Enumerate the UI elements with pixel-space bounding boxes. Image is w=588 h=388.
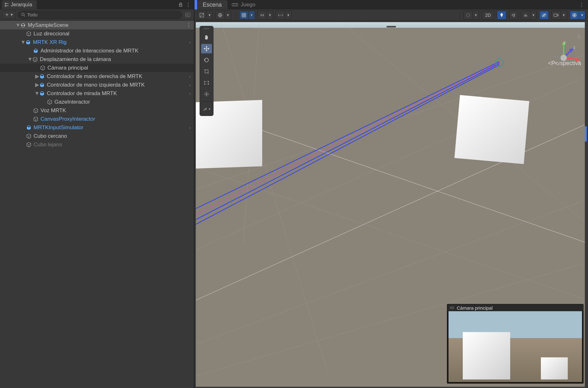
floating-grip-icon[interactable]	[201, 28, 212, 30]
hierarchy-tabbar: Jerarquía ⋮	[0, 0, 194, 9]
tree-row[interactable]: MRTKInputSimulator›	[0, 123, 194, 132]
scene-more-icon[interactable]: ⋮	[186, 22, 194, 28]
tree-row[interactable]: Voz MRTK	[0, 106, 194, 115]
tree-item-label: Cubo lejano	[34, 142, 62, 148]
lock-icon[interactable]	[177, 1, 184, 9]
camera-preview-header[interactable]: Cámara principal	[447, 304, 583, 311]
expander-icon[interactable]: ▼	[28, 57, 32, 62]
tree-row[interactable]: ▶Controlador de mano izquierda de MRTK›	[0, 81, 194, 89]
tree-row[interactable]: Cámara principal	[0, 64, 194, 72]
camera-toggle-button[interactable]	[551, 11, 561, 20]
svg-line-25	[196, 65, 499, 224]
scene-tab[interactable]: Escena	[197, 0, 227, 9]
expander-icon[interactable]: ▶	[35, 74, 39, 79]
svg-point-30	[204, 81, 205, 82]
gameobject-icon	[39, 82, 45, 88]
snap-toggle-button[interactable]	[276, 11, 285, 20]
chevron-right-icon[interactable]: ›	[189, 125, 194, 130]
expander-icon[interactable]: ▼	[21, 40, 25, 45]
chevron-right-icon[interactable]: ›	[189, 91, 194, 96]
hierarchy-tab[interactable]: Jerarquía	[2, 0, 37, 9]
tree-row[interactable]: CanvasProxyInteractor	[0, 115, 194, 123]
hand-tool-button[interactable]	[201, 33, 212, 42]
tree-row[interactable]: Cubo cercano	[0, 132, 194, 140]
tree-row[interactable]: ▶Controlador de mano derecha de MRTK›	[0, 72, 194, 81]
debug-draw-dropdown[interactable]: ▼	[473, 11, 479, 20]
visibility-toggle-button[interactable]	[539, 11, 549, 20]
gizmo-lock-icon[interactable]	[577, 35, 581, 39]
audio-toggle-button[interactable]	[509, 11, 518, 20]
tree-row[interactable]: Cubo lejano	[0, 140, 194, 149]
gizmos-toggle-button[interactable]	[570, 11, 579, 20]
move-tool-button[interactable]	[201, 44, 212, 53]
tree-item-label: Desplazamiento de la cámara	[40, 56, 111, 63]
scene-toolbar: ▼ ▼ ▼ ▼	[195, 9, 588, 21]
scene-expander[interactable]: ▼	[16, 23, 20, 27]
gizmos-dropdown[interactable]: ▼	[579, 11, 585, 20]
shading-mode-button[interactable]	[197, 11, 207, 20]
camera-preview-panel[interactable]: Cámara principal	[447, 304, 584, 384]
scene-kebab-icon[interactable]: ⋮	[578, 1, 585, 9]
hierarchy-toolbar: ＋ ▼ Todo	[0, 9, 194, 20]
draw-mode-button[interactable]	[215, 11, 225, 20]
snap-toggle-dropdown[interactable]: ▼	[285, 11, 292, 20]
tree-row[interactable]: ▼Controlador de mirada MRTK›	[0, 89, 194, 98]
tree-item-label: Cámara principal	[47, 65, 88, 71]
tree-row[interactable]: Administrador de interacciones de MRTK	[0, 46, 194, 55]
svg-line-24	[196, 63, 499, 220]
tree-item-label: Controlador de mirada MRTK	[47, 90, 117, 97]
search-icon	[21, 13, 25, 17]
scene-name: MySampleScene	[28, 22, 69, 28]
transform-tool-button[interactable]	[201, 89, 212, 99]
gameobject-icon	[26, 133, 32, 139]
dropdown-caret-icon: ▼	[10, 13, 13, 16]
search-filter-button[interactable]	[184, 11, 192, 19]
svg-point-0	[22, 13, 24, 16]
snap-increment-dropdown[interactable]: ▼	[267, 11, 273, 20]
expander-icon[interactable]: ▼	[35, 91, 39, 96]
unity-scene-icon	[20, 22, 26, 28]
kebab-icon[interactable]: ⋮	[184, 1, 192, 9]
scene-row[interactable]: ▼ MySampleScene ⋮	[0, 21, 194, 29]
fx-dropdown[interactable]: ▼	[530, 11, 537, 20]
search-placeholder: Todo	[27, 12, 38, 17]
tree-item-label: MRTK XR Rig	[33, 39, 66, 45]
hierarchy-tree[interactable]: ▼ MySampleScene ⋮ Luz direccional▼MRTK X…	[0, 20, 194, 388]
gameobject-icon	[33, 116, 39, 122]
drag-handle-icon[interactable]	[450, 306, 454, 309]
chevron-right-icon[interactable]: ›	[189, 74, 194, 79]
toggle-2d-button[interactable]: 2D	[482, 11, 494, 20]
svg-line-23	[196, 62, 499, 209]
active-tab-indicator	[195, 0, 197, 9]
search-input[interactable]: Todo	[18, 11, 182, 19]
tree-row[interactable]: ▼MRTK XR Rig›	[0, 38, 194, 46]
scene-viewport[interactable]: ▼ y x	[196, 22, 587, 387]
lighting-toggle-button[interactable]	[497, 11, 506, 20]
gameobject-icon	[39, 91, 45, 96]
rect-tool-button[interactable]	[201, 78, 212, 88]
tree-row[interactable]: ▼Desplazamiento de la cámara	[0, 55, 194, 64]
scene-tabbar: Escena Juego ⋮	[195, 0, 588, 9]
gameobject-icon	[32, 57, 38, 62]
rotate-tool-button[interactable]	[201, 55, 212, 65]
camera-dropdown[interactable]: ▼	[561, 11, 567, 20]
custom-tools-button[interactable]: ▼	[201, 104, 212, 114]
tree-row[interactable]: Luz direccional	[0, 29, 194, 38]
scale-tool-button[interactable]	[201, 67, 212, 76]
debug-draw-button[interactable]	[463, 11, 473, 20]
chevron-right-icon[interactable]: ›	[189, 82, 194, 88]
game-tab[interactable]: Juego	[227, 0, 260, 9]
draw-mode-dropdown[interactable]: ▼	[225, 11, 231, 20]
gameobject-icon	[47, 99, 53, 105]
snap-increment-button[interactable]	[257, 11, 267, 20]
add-button[interactable]: ＋ ▼	[2, 11, 16, 19]
grid-snap-button[interactable]	[239, 11, 249, 20]
orientation-gizmo[interactable]: y x z <Perspectiva	[540, 35, 581, 67]
fx-toggle-button[interactable]	[521, 11, 530, 20]
tree-row[interactable]: GazeInteractor	[0, 98, 194, 106]
chevron-right-icon[interactable]: ›	[189, 40, 194, 45]
hierarchy-tab-label: Jerarquía	[11, 2, 32, 8]
expander-icon[interactable]: ▶	[35, 83, 39, 87]
shading-mode-dropdown[interactable]: ▼	[207, 11, 213, 20]
grid-snap-dropdown[interactable]: ▼	[249, 11, 255, 20]
